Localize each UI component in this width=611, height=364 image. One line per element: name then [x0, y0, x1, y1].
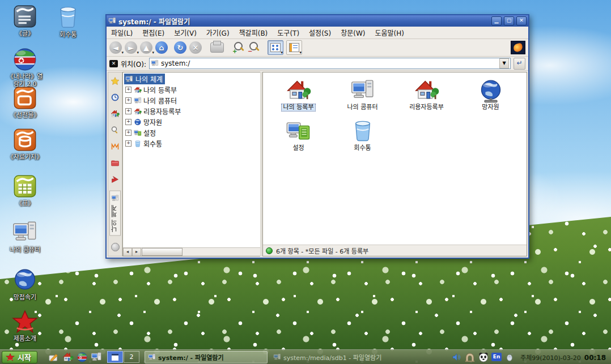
file-icon-my-directory[interactable]: 나의 등록부: [270, 78, 327, 119]
history-tab-clock-icon[interactable]: [110, 92, 120, 102]
quick-launch-computer-icon[interactable]: [91, 352, 102, 363]
clear-location-icon[interactable]: ✕: [109, 60, 118, 67]
tree-horizontal-scrollbar[interactable]: ◂ ▸: [123, 247, 260, 256]
red-folder-tab-icon[interactable]: [110, 158, 120, 168]
print-button[interactable]: [210, 42, 224, 53]
sidebar-active-tab[interactable]: 나의 체계: [109, 191, 121, 236]
desktop-icon-label: 나의 콤퓨터: [10, 247, 40, 254]
desktop-icon-writer[interactable]: 《글》: [5, 3, 45, 38]
desktop-icon-naenara-browser[interactable]: 《내나라》열람기 2.0: [5, 46, 45, 88]
minimize-button[interactable]: ▁: [491, 16, 502, 25]
scroll-right-icon[interactable]: ▸: [132, 248, 141, 256]
menu-help[interactable]: 도움말(H): [375, 28, 404, 37]
quick-launch-pen-icon[interactable]: [48, 352, 60, 363]
pager-desktop-1[interactable]: [107, 351, 123, 363]
tree-item-network-resources[interactable]: + 망자원: [125, 117, 260, 127]
desktop-icon-database[interactable]: 《자료기지》: [5, 127, 45, 161]
menu-bookmarks[interactable]: 책갈피(B): [239, 28, 268, 37]
go-button[interactable]: ↵: [514, 58, 525, 70]
multicolumn-view-button[interactable]: ▾: [286, 40, 302, 55]
bookmarks-tab-star-icon[interactable]: [110, 76, 120, 86]
sidebar-config-icon[interactable]: [110, 242, 120, 252]
search-tab-icon[interactable]: [110, 125, 120, 135]
desktop-pager: 2: [107, 351, 139, 363]
window-title: system:/ - 파일열람기: [118, 16, 489, 26]
document-writer-icon: [12, 3, 38, 29]
tree-item-my-system[interactable]: 나의 체계: [124, 74, 260, 84]
titlebar[interactable]: system:/ - 파일열람기 ▁ ▢ ✕: [107, 15, 528, 27]
expander-icon[interactable]: +: [125, 108, 131, 114]
expander-icon[interactable]: +: [125, 130, 131, 136]
menu-tools[interactable]: 도구(T): [277, 28, 299, 37]
home-icon: [134, 86, 142, 94]
pager-desktop-2[interactable]: 2: [124, 351, 139, 363]
file-icon-settings[interactable]: 설정: [270, 119, 327, 160]
desktop-icon-my-computer[interactable]: 나의 콤퓨터: [5, 220, 45, 254]
desktop-icon-label: 《선전물》: [10, 112, 40, 119]
file-icon-my-computer[interactable]: 나의 콤퓨터: [334, 78, 391, 119]
desktop-icon-spreadsheet[interactable]: 《표》: [5, 173, 45, 208]
taskbar-clock[interactable]: 주체99(2010)-03-20 00:18: [520, 353, 606, 362]
volume-icon[interactable]: [451, 352, 462, 363]
menu-file[interactable]: 파일(L): [111, 28, 133, 37]
desktop-icon-impress[interactable]: 《선전물》: [5, 85, 45, 119]
quick-launch-naenara-icon[interactable]: [77, 352, 88, 363]
mouse-device-icon[interactable]: [504, 352, 515, 363]
status-led-icon: [266, 247, 273, 254]
back-button[interactable]: ◄▾: [109, 41, 122, 54]
icon-view-button[interactable]: ▾: [268, 40, 283, 55]
desktop-icon-net-connector[interactable]: 망접속기: [5, 267, 45, 302]
tree-item-my-computer[interactable]: + 나의 콤퓨터: [125, 95, 260, 106]
up-button[interactable]: ▲▾: [140, 41, 152, 54]
zoom-out-button[interactable]: −: [248, 41, 260, 54]
icon-view-area[interactable]: 나의 등록부 나의 콤퓨터 리용자등록부 망자원: [263, 72, 527, 245]
computer-icon: [134, 97, 142, 105]
menu-view[interactable]: 보기(V): [174, 28, 197, 37]
scroll-left-icon[interactable]: ◂: [123, 248, 132, 256]
scrollbar-thumb[interactable]: [142, 248, 183, 256]
menu-go[interactable]: 가기(G): [206, 28, 230, 37]
maximize-button[interactable]: ▢: [504, 16, 514, 25]
menu-settings[interactable]: 설정(S): [309, 28, 331, 37]
tree-item-recycle-bin[interactable]: + 회수통: [125, 138, 260, 149]
start-button[interactable]: 시작: [2, 351, 37, 363]
file-icon-network-resources[interactable]: 망자원: [463, 78, 519, 119]
stop-button[interactable]: ✕: [189, 41, 202, 54]
desktop-icon-product-intro[interactable]: 제품소개: [5, 309, 45, 343]
expander-icon[interactable]: +: [125, 87, 131, 93]
zoom-in-button[interactable]: +: [232, 41, 245, 54]
keyboard-layout-indicator[interactable]: En: [491, 353, 502, 361]
tree-item-my-directory[interactable]: + 나의 등록부: [125, 84, 260, 95]
tree-item-users-directory[interactable]: + 리용자등록부: [125, 106, 260, 117]
forward-button[interactable]: ►▾: [125, 41, 137, 54]
computer-icon: [273, 353, 281, 361]
location-value[interactable]: system:/: [161, 59, 497, 67]
location-input[interactable]: system:/ ▼: [149, 58, 511, 69]
tree-item-label: 나의 체계: [135, 74, 163, 84]
expander-icon[interactable]: +: [125, 140, 131, 147]
close-button[interactable]: ✕: [516, 16, 527, 25]
panda-tray-icon[interactable]: [478, 352, 489, 363]
desktop-icon-recycle-bin[interactable]: 회수통: [48, 5, 88, 39]
home-icon: [414, 78, 439, 103]
menu-edit[interactable]: 편집(E): [142, 28, 164, 37]
network-tab-icon[interactable]: [110, 174, 120, 185]
taskbar-task-media-sdb1[interactable]: system:/media/sdb1 - 파일열람기: [270, 352, 392, 363]
computer-icon: [111, 195, 119, 203]
reload-button[interactable]: ↻: [174, 41, 186, 54]
metabar-tab-icon[interactable]: [110, 142, 120, 152]
taskbar-task-file-manager[interactable]: system:/ - 파일열람기: [145, 351, 268, 363]
arch-gate-icon[interactable]: [464, 352, 476, 363]
expander-icon[interactable]: +: [125, 119, 131, 125]
home-button[interactable]: ⌂: [155, 41, 168, 54]
tree-item-settings[interactable]: + 설정: [125, 127, 260, 138]
home-icon: [286, 78, 311, 103]
file-icon-recycle-bin[interactable]: 회수통: [334, 119, 391, 160]
sidebar-tab-strip: 나의 체계: [108, 72, 122, 256]
quick-launch-home-icon[interactable]: [62, 352, 74, 363]
location-dropdown-button[interactable]: ▼: [499, 58, 509, 68]
menu-window[interactable]: 창문(W): [341, 28, 365, 37]
expander-icon[interactable]: +: [125, 97, 131, 104]
file-icon-users-directory[interactable]: 리용자등록부: [398, 78, 455, 119]
home-tab-icon[interactable]: [110, 109, 120, 119]
